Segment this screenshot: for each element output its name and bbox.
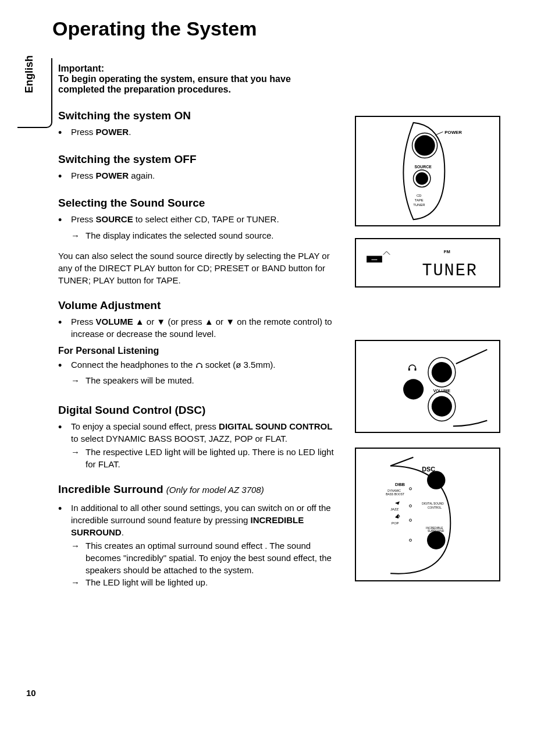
source-list-tape: TAPE	[415, 198, 424, 202]
svg-point-5	[415, 172, 428, 185]
svg-line-8	[456, 350, 488, 364]
subheading-personal-listening: For Personal Listening	[58, 346, 337, 356]
svg-point-17	[427, 471, 445, 489]
svg-point-19	[410, 505, 412, 507]
jazz-label: JAZZ	[390, 507, 399, 511]
svg-rect-1	[201, 366, 202, 368]
bullet-text: In additional to all other sound setting…	[71, 502, 337, 538]
headphone-icon	[408, 365, 417, 371]
important-note: Important: To begin operating the system…	[58, 63, 337, 95]
volume-label: VOLUME	[433, 389, 451, 393]
heading-switch-off: Switching the system OFF	[58, 153, 337, 166]
dbb-sub: DYNAMIC	[387, 489, 401, 492]
model-note: (Only for model AZ 3708)	[166, 485, 264, 495]
arrow-icon	[71, 374, 86, 386]
bullet-text: Connect the headphones to the socket (ø …	[71, 359, 337, 373]
svg-point-12	[432, 396, 452, 417]
arrow-text: The speakers will be muted.	[86, 374, 337, 386]
source-label: SOURCE	[414, 165, 432, 169]
svg-point-22	[427, 531, 445, 549]
bullet-text: Press SOURCE to select either CD, TAPE o…	[71, 213, 337, 228]
note-icon	[395, 501, 400, 505]
svg-rect-15	[415, 368, 417, 371]
svg-point-18	[410, 488, 412, 490]
arrow-icon	[71, 576, 86, 588]
heading-switch-on: Switching the system ON	[58, 109, 337, 122]
dbb-label: DBB	[395, 482, 405, 487]
figure-dsc: DSC DBB DYNAMIC BASS BOOST JAZZ DIGITAL …	[355, 448, 500, 581]
section-surround: Incredible Surround (Only for model AZ 3…	[58, 483, 337, 588]
source-list-cd: CD	[417, 194, 421, 197]
arrow-icon	[71, 229, 86, 242]
language-tab-label: English	[23, 55, 35, 93]
svg-line-16	[390, 457, 413, 466]
arrow-text: The display indicates the selected sound…	[86, 229, 337, 242]
svg-line-4	[435, 132, 443, 135]
heading-sound-source: Selecting the Sound Source	[58, 197, 337, 210]
heading-surround: Incredible Surround (Only for model AZ 3…	[58, 483, 337, 496]
bullet-text: Press POWER.	[71, 126, 337, 140]
figure-power-source: POWER SOURCE CD TAPE TUNER	[355, 116, 500, 226]
arrow-icon	[71, 446, 86, 470]
section-sound-source: Selecting the Sound Source Press SOURCE …	[58, 197, 337, 286]
page-number: 10	[26, 688, 36, 698]
paragraph-sound-source: You can also select the sound source dir…	[58, 250, 337, 286]
fm-label: FM	[444, 249, 450, 254]
is-label1: INCREDIBLE	[426, 527, 443, 530]
arrow-icon	[71, 540, 86, 576]
figure-column: POWER SOURCE CD TAPE TUNER ••••• FM TUNE…	[355, 63, 500, 601]
source-list-tuner: TUNER	[413, 203, 425, 207]
svg-rect-14	[408, 368, 410, 371]
svg-point-2	[414, 135, 435, 155]
bullet-icon	[58, 315, 71, 340]
section-volume: Volume Adjustment Press VOLUME ▲ or ▼ (o…	[58, 299, 337, 386]
figure-display: ••••• FM TUNER	[355, 238, 500, 288]
text-column: Important: To begin operating the system…	[52, 63, 337, 601]
bullet-icon	[58, 169, 71, 184]
arrow-text: The LED light will be lighted up.	[86, 576, 337, 588]
svg-point-9	[432, 362, 452, 382]
section-dsc: Digital Sound Control (DSC) To enjoy a s…	[58, 404, 337, 470]
important-label: Important:	[58, 63, 337, 74]
power-label: POWER	[444, 130, 462, 135]
display-badge: •••••	[372, 258, 378, 261]
arrow-text: This creates an optimal surround sound e…	[86, 540, 337, 576]
important-body: To begin operating the system, ensure th…	[58, 74, 337, 95]
section-switch-on: Switching the system ON Press POWER.	[58, 109, 337, 140]
heading-dsc: Digital Sound Control (DSC)	[58, 404, 337, 417]
bullet-text: To enjoy a special sound effect, press D…	[71, 420, 337, 445]
headphone-icon	[195, 361, 203, 369]
bullet-icon	[58, 359, 71, 373]
bullet-text: Press VOLUME ▲ or ▼ (or press ▲ or ▼ on …	[71, 315, 337, 340]
ctrl-label1: DIGITAL SOUND	[422, 502, 444, 505]
svg-point-23	[410, 539, 412, 541]
section-switch-off: Switching the system OFF Press POWER aga…	[58, 153, 337, 184]
display-segment: TUNER	[422, 261, 477, 281]
pop-label: POP	[392, 521, 399, 525]
svg-rect-0	[196, 366, 197, 368]
bullet-icon	[58, 213, 71, 228]
dbb-sub2: BASS BOOST	[386, 493, 404, 496]
ctrl-label2: CONTROL	[428, 506, 442, 509]
heading-volume: Volume Adjustment	[58, 299, 337, 312]
figure-volume: VOLUME	[355, 340, 500, 433]
svg-point-11	[403, 379, 424, 399]
note-icon	[395, 514, 399, 519]
bullet-icon	[58, 420, 71, 445]
bullet-text: Press POWER again.	[71, 169, 337, 184]
svg-point-21	[410, 519, 412, 521]
is-label2: SURROUND	[428, 530, 444, 533]
bullet-icon	[58, 126, 71, 140]
bullet-icon	[58, 502, 71, 538]
page-title: Operating the System	[52, 17, 520, 40]
arrow-text: The respective LED light will be lighted…	[86, 446, 337, 470]
